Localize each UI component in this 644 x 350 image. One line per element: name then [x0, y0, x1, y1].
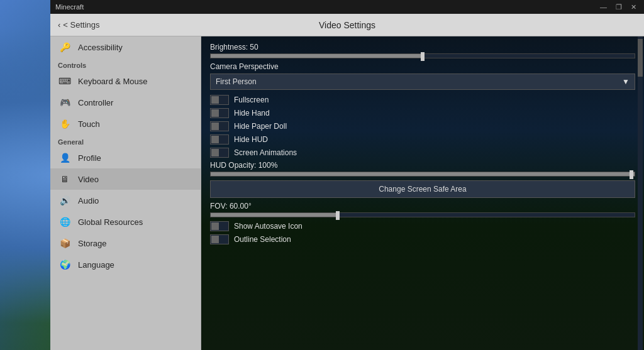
- sidebar: 🔑 Accessibility Controls ⌨ Keyboard & Mo…: [50, 36, 201, 350]
- video-icon: 🖥: [58, 173, 72, 185]
- keyboard-mouse-label: Keyboard & Mouse: [78, 77, 148, 86]
- show-autosave-toggle[interactable]: [210, 221, 229, 231]
- sidebar-item-language[interactable]: 🌍 Language: [50, 254, 201, 275]
- controls-section-label: Controls: [50, 58, 201, 70]
- panel-content: Brightness: 50 Camera Perspective First …: [210, 43, 635, 244]
- hide-paper-doll-knob: [211, 123, 219, 130]
- minimize-button[interactable]: —: [597, 3, 609, 11]
- screen-animations-label: Screen Animations: [234, 148, 297, 157]
- sidebar-item-global-resources[interactable]: 🌐 Global Resources: [50, 211, 201, 232]
- storage-icon: 📦: [58, 238, 72, 249]
- fov-fill: [211, 213, 338, 217]
- sidebar-item-video[interactable]: 🖥 Video: [50, 168, 201, 190]
- brightness-setting: Brightness: 50: [210, 43, 635, 58]
- storage-label: Storage: [78, 239, 107, 248]
- video-label: Video: [78, 175, 99, 184]
- titlebar: Minecraft — ❐ ✕: [50, 0, 644, 14]
- audio-label: Audio: [78, 196, 99, 205]
- hud-opacity-setting: HUD Opacity: 100%: [210, 161, 635, 177]
- camera-perspective-label: Camera Perspective: [210, 62, 635, 71]
- global-resources-label: Global Resources: [78, 217, 143, 227]
- page-title: Video Settings: [319, 20, 375, 30]
- back-button[interactable]: ‹ < Settings: [58, 20, 100, 30]
- outline-selection-label: Outline Selection: [234, 235, 291, 244]
- touch-icon: ✋: [58, 118, 72, 129]
- hud-opacity-fill: [211, 172, 635, 176]
- sidebar-item-audio[interactable]: 🔊 Audio: [50, 190, 201, 211]
- controller-label: Controller: [78, 98, 113, 107]
- main-window: ‹ < Settings Video Settings 🔑 Accessibil…: [50, 14, 644, 350]
- profile-icon: 👤: [58, 152, 72, 163]
- outline-selection-toggle-row[interactable]: Outline Selection: [210, 234, 635, 244]
- sidebar-item-storage[interactable]: 📦 Storage: [50, 232, 201, 254]
- fov-label: FOV: 60.00°: [210, 202, 635, 211]
- screen-animations-toggle[interactable]: [210, 148, 229, 158]
- show-autosave-toggle-row[interactable]: Show Autosave Icon: [210, 221, 635, 231]
- touch-label: Touch: [78, 119, 100, 129]
- sidebar-item-touch[interactable]: ✋ Touch: [50, 113, 201, 134]
- screen-animations-toggle-row[interactable]: Screen Animations: [210, 148, 635, 158]
- accessibility-label: Accessibility: [78, 43, 123, 52]
- hide-hand-toggle-row[interactable]: Hide Hand: [210, 108, 635, 118]
- camera-perspective-dropdown[interactable]: First Person ▼: [210, 74, 635, 90]
- hide-paper-doll-toggle-row[interactable]: Hide Paper Doll: [210, 121, 635, 131]
- accessibility-icon: 🔑: [58, 41, 72, 53]
- fov-thumb[interactable]: [336, 211, 340, 220]
- header-bar: ‹ < Settings Video Settings: [50, 14, 644, 36]
- fullscreen-toggle[interactable]: [210, 95, 229, 105]
- hide-hand-knob: [211, 109, 219, 117]
- brightness-label: Brightness: 50: [210, 43, 635, 52]
- sidebar-item-keyboard-mouse[interactable]: ⌨ Keyboard & Mouse: [50, 70, 201, 92]
- show-autosave-label: Show Autosave Icon: [234, 222, 303, 231]
- camera-perspective-setting: Camera Perspective First Person ▼: [210, 62, 635, 90]
- hide-hud-knob: [211, 136, 219, 143]
- hide-hand-label: Hide Hand: [234, 109, 270, 118]
- sidebar-item-accessibility[interactable]: 🔑 Accessibility: [50, 36, 201, 58]
- change-safe-area-button[interactable]: Change Screen Safe Area: [210, 180, 635, 198]
- general-section-label: General: [50, 134, 201, 147]
- controller-icon: 🎮: [58, 97, 72, 108]
- sidebar-item-profile[interactable]: 👤 Profile: [50, 147, 201, 168]
- screen-animations-knob: [211, 149, 219, 156]
- back-icon: ‹: [58, 20, 60, 30]
- hide-paper-doll-toggle[interactable]: [210, 121, 229, 131]
- panel-scrollbar-thumb[interactable]: [638, 39, 643, 77]
- hide-hud-toggle[interactable]: [210, 134, 229, 145]
- content-area: 🔑 Accessibility Controls ⌨ Keyboard & Mo…: [50, 36, 644, 350]
- hud-opacity-slider[interactable]: [210, 172, 635, 177]
- hide-paper-doll-label: Hide Paper Doll: [234, 122, 287, 131]
- dropdown-arrow-icon: ▼: [622, 77, 630, 86]
- camera-perspective-value: First Person: [216, 77, 257, 86]
- brightness-slider[interactable]: [210, 53, 635, 58]
- outline-selection-knob: [211, 236, 219, 243]
- brightness-fill: [211, 54, 423, 58]
- panel-scrollbar[interactable]: [638, 36, 643, 350]
- keyboard-icon: ⌨: [58, 75, 72, 87]
- fov-slider[interactable]: [210, 212, 635, 217]
- titlebar-controls: — ❐ ✕: [597, 3, 639, 11]
- fullscreen-toggle-row[interactable]: Fullscreen: [210, 95, 635, 105]
- hud-opacity-label: HUD Opacity: 100%: [210, 161, 635, 170]
- hide-hud-label: Hide HUD: [234, 135, 268, 144]
- restore-button[interactable]: ❐: [613, 3, 625, 11]
- hud-opacity-thumb[interactable]: [630, 170, 633, 179]
- global-resources-icon: 🌐: [58, 216, 72, 227]
- fullscreen-label: Fullscreen: [234, 96, 269, 104]
- outline-selection-toggle[interactable]: [210, 234, 229, 244]
- hide-hand-toggle[interactable]: [210, 108, 229, 118]
- back-label: < Settings: [63, 20, 99, 30]
- sidebar-item-controller[interactable]: 🎮 Controller: [50, 92, 201, 113]
- show-autosave-knob: [211, 222, 219, 230]
- brightness-thumb[interactable]: [421, 52, 425, 61]
- audio-icon: 🔊: [58, 195, 72, 206]
- language-label: Language: [78, 260, 114, 270]
- fullscreen-knob: [211, 96, 219, 104]
- hide-hud-toggle-row[interactable]: Hide HUD: [210, 134, 635, 145]
- profile-label: Profile: [78, 153, 101, 163]
- fov-setting: FOV: 60.00°: [210, 202, 635, 217]
- close-button[interactable]: ✕: [628, 3, 639, 11]
- main-settings-panel: Brightness: 50 Camera Perspective First …: [201, 36, 644, 350]
- change-safe-area-label: Change Screen Safe Area: [379, 185, 466, 194]
- language-icon: 🌍: [58, 259, 72, 270]
- titlebar-title: Minecraft: [55, 3, 84, 11]
